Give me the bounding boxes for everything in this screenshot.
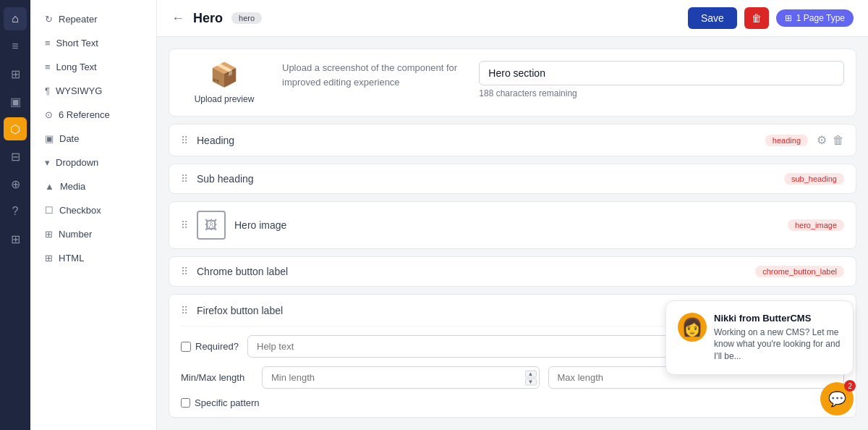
- sidebar-item-media[interactable]: ▲ Media: [35, 175, 152, 198]
- sidebar-item-repeater[interactable]: ↻ Repeater: [35, 8, 152, 30]
- upload-label: Upload preview: [195, 94, 255, 104]
- page-type-icon: ⊞: [785, 13, 792, 23]
- required-label: Required?: [195, 341, 239, 352]
- media-icon: ▲: [45, 181, 54, 192]
- sidebar-item-short-text[interactable]: ≡ Short Text: [35, 32, 152, 54]
- increment-button[interactable]: ▲: [525, 370, 537, 377]
- chat-open-button[interactable]: 💬 2: [820, 382, 854, 416]
- long-text-icon: ≡: [45, 62, 51, 72]
- sidebar-item-label: 6 Reference: [59, 109, 110, 120]
- help-text-input[interactable]: [247, 335, 691, 358]
- sidebar-item-long-text[interactable]: ≡ Long Text: [35, 56, 152, 78]
- chars-remaining: 188 characters remaining: [479, 88, 844, 98]
- pattern-checkbox[interactable]: [181, 398, 190, 408]
- nav-icon-users[interactable]: ⊕: [4, 172, 27, 195]
- upload-preview-box[interactable]: 📦 Upload preview: [181, 61, 268, 104]
- sidebar-item-html[interactable]: ⊞ HTML: [35, 247, 152, 269]
- header-left: ← Hero hero: [171, 11, 262, 26]
- field-name-firefox-button: Firefox button label: [197, 305, 715, 316]
- chat-avatar: 👩: [678, 313, 707, 342]
- chat-agent-name: Nikki from ButterCMS: [714, 313, 841, 324]
- field-row-hero-image: ⠿ 🖼 Hero image hero_image: [169, 201, 856, 249]
- pattern-label: Specific pattern: [195, 397, 260, 408]
- drag-handle[interactable]: ⠿: [181, 266, 188, 277]
- nav-icon-settings[interactable]: ⊟: [4, 145, 27, 168]
- sidebar-item-reference[interactable]: ⊙ 6 Reference: [35, 104, 152, 126]
- field-name-chrome-button: Chrome button label: [197, 266, 746, 277]
- field-name-sub-heading: Sub heading: [197, 173, 775, 185]
- min-length-input[interactable]: [262, 366, 540, 389]
- sidebar-item-label: Repeater: [59, 14, 97, 25]
- hero-badge: hero: [231, 12, 262, 24]
- sidebar-item-label: Date: [59, 133, 79, 144]
- sidebar-item-label: Long Text: [56, 62, 97, 72]
- header-right: Save 🗑 ⊞ 1 Page Type: [688, 7, 854, 29]
- html-icon: ⊞: [45, 253, 53, 264]
- header: ← Hero hero Save 🗑 ⊞ 1 Page Type: [157, 0, 868, 37]
- drag-handle[interactable]: ⠿: [181, 305, 188, 316]
- save-button[interactable]: Save: [688, 7, 737, 29]
- field-row-heading: ⠿ Heading heading ⚙ 🗑: [169, 124, 856, 156]
- delete-button[interactable]: 🗑: [744, 7, 769, 29]
- chat-badge: 2: [844, 380, 856, 392]
- upload-info: Upload a screenshot of the component for…: [282, 61, 464, 89]
- upload-icon: 📦: [210, 61, 239, 88]
- chat-popup: 👩 Nikki from ButterCMS Working on a new …: [665, 300, 854, 375]
- field-name-hero-image: Hero image: [234, 219, 779, 231]
- sidebar-item-number[interactable]: ⊞ Number: [35, 223, 152, 245]
- min-input-wrap: ▲ ▼: [262, 366, 540, 389]
- sidebar-item-wysiwyg[interactable]: ¶ WYSIWYG: [35, 80, 152, 102]
- back-button[interactable]: ←: [171, 11, 184, 26]
- upload-description: Upload a screenshot of the component for…: [282, 61, 464, 89]
- delete-field-icon[interactable]: 🗑: [833, 134, 844, 147]
- sidebar-item-date[interactable]: ▣ Date: [35, 127, 152, 150]
- nav-icon-help[interactable]: ?: [4, 200, 27, 223]
- upload-card: 📦 Upload preview Upload a screenshot of …: [169, 49, 856, 117]
- sidebar-item-label: Short Text: [56, 38, 98, 49]
- min-max-label: Min/Max length: [181, 372, 253, 383]
- drag-handle[interactable]: ⠿: [181, 219, 188, 231]
- date-icon: ▣: [45, 133, 54, 144]
- dropdown-icon: ▾: [45, 157, 50, 168]
- required-checkbox[interactable]: [181, 342, 191, 352]
- drag-handle[interactable]: ⠿: [181, 135, 188, 146]
- sidebar-item-label: WYSIWYG: [56, 85, 102, 96]
- image-icon: 🖼: [197, 211, 226, 240]
- settings-icon[interactable]: ⚙: [817, 133, 827, 147]
- field-tag-hero-image: hero_image: [788, 219, 844, 231]
- page-type-label: 1 Page Type: [796, 13, 845, 23]
- nav-icon-media[interactable]: ▣: [4, 90, 27, 113]
- short-text-icon: ≡: [45, 38, 51, 49]
- field-row-sub-heading: ⠿ Sub heading sub_heading: [169, 164, 856, 194]
- nav-icon-api[interactable]: ⬡: [4, 117, 27, 140]
- sidebar-item-dropdown[interactable]: ▾ Dropdown: [35, 151, 152, 174]
- field-actions-heading: ⚙ 🗑: [817, 133, 844, 147]
- nav-icon-content[interactable]: ≡: [4, 35, 27, 58]
- checkbox-icon: ☐: [45, 205, 54, 216]
- nav-icon-home[interactable]: ⌂: [4, 7, 27, 30]
- repeater-icon: ↻: [45, 14, 53, 25]
- chat-message: Working on a new CMS? Let me know what y…: [714, 326, 841, 363]
- sidebar: ↻ Repeater ≡ Short Text ≡ Long Text ¶ WY…: [30, 0, 157, 430]
- sidebar-item-label: HTML: [59, 253, 84, 264]
- drag-handle[interactable]: ⠿: [181, 173, 188, 185]
- number-icon: ⊞: [45, 229, 53, 240]
- sidebar-item-label: Dropdown: [56, 157, 98, 168]
- field-name-heading: Heading: [197, 135, 757, 146]
- nav-icon-pages[interactable]: ⊞: [4, 62, 27, 85]
- component-name-input[interactable]: [479, 61, 844, 85]
- nav-icon-plugins[interactable]: ⊞: [4, 227, 27, 250]
- field-row-chrome-button: ⠿ Chrome button label chrome_button_labe…: [169, 256, 856, 287]
- name-field-wrap: 188 characters remaining: [479, 61, 844, 98]
- page-type-badge: ⊞ 1 Page Type: [776, 9, 854, 27]
- chat-widget: 👩 Nikki from ButterCMS Working on a new …: [665, 300, 854, 416]
- chat-content: Nikki from ButterCMS Working on a new CM…: [714, 313, 841, 363]
- page-title: Hero: [193, 11, 223, 26]
- field-tag-chrome-button: chrome_button_label: [755, 266, 844, 277]
- sidebar-item-label: Number: [59, 229, 92, 240]
- sidebar-item-label: Media: [60, 181, 85, 192]
- field-tag-heading: heading: [765, 135, 808, 146]
- required-checkbox-wrap: Required?: [181, 341, 239, 352]
- sidebar-item-checkbox[interactable]: ☐ Checkbox: [35, 199, 152, 222]
- decrement-button[interactable]: ▼: [525, 378, 537, 385]
